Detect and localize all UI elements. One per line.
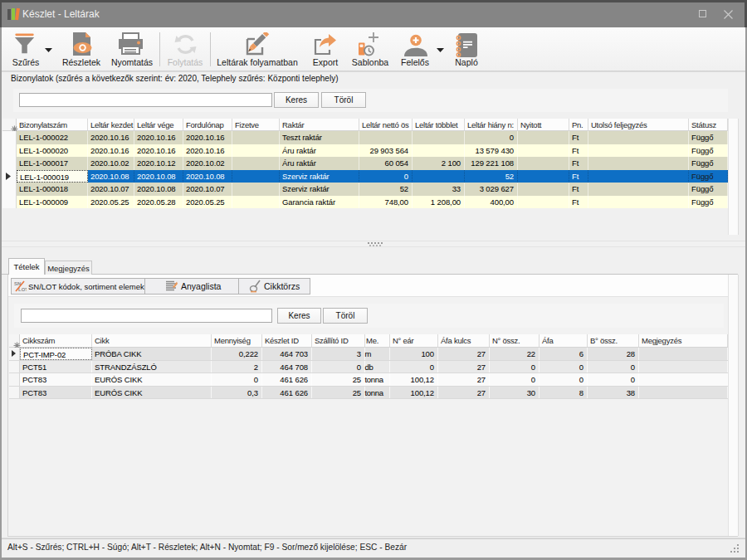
svg-text:LOT: LOT: [18, 287, 27, 292]
